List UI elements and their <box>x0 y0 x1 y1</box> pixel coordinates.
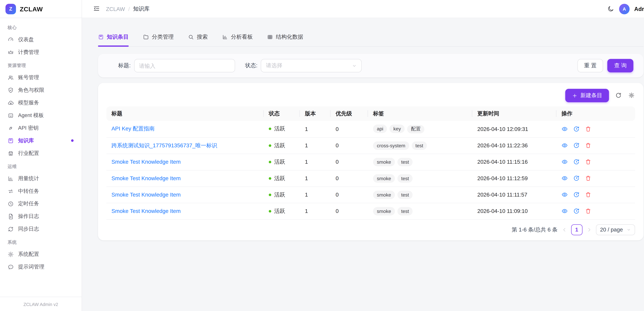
user-name[interactable]: Admin <box>634 6 644 12</box>
cell-priority: 0 <box>331 154 368 170</box>
cell-priority: 0 <box>331 186 368 203</box>
history-button[interactable] <box>573 142 580 149</box>
sidebar-logo-row: Z ZCLAW <box>0 0 82 18</box>
user-avatar[interactable]: A <box>619 4 630 14</box>
dark-mode-toggle[interactable] <box>607 5 614 13</box>
tab-analytics-board[interactable]: 分析看板 <box>222 33 253 46</box>
row-title-link[interactable]: Smoke Test Knowledge Item <box>112 208 180 214</box>
sidebar-item-label: 行业配置 <box>18 150 39 157</box>
cell-title: API Key 配置指南 <box>106 121 264 137</box>
breadcrumb-root[interactable]: ZCLAW <box>106 6 125 12</box>
table-row: Smoke Test Knowledge Item 活跃 1 0 smokete… <box>106 186 635 203</box>
search-button[interactable]: 查 询 <box>608 59 633 72</box>
file-text-icon <box>8 213 14 219</box>
view-button[interactable] <box>562 159 568 165</box>
table-card: 新建条目 标题 状态 版本 <box>98 83 644 240</box>
col-actions: 操作 <box>556 106 635 121</box>
chevron-down-icon <box>626 227 631 232</box>
row-title-link[interactable]: API Key 配置指南 <box>112 126 154 132</box>
row-title-link[interactable]: 跨系统测试知识_1775791356737_唯一标识 <box>112 142 217 148</box>
tab-knowledge-items[interactable]: 知识条目 <box>98 33 129 46</box>
cell-actions <box>556 170 635 186</box>
sidebar-item-models[interactable]: 模型服务 <box>4 96 78 109</box>
pagination: 第 1-6 条/总共 6 条 1 20 / page <box>106 219 635 235</box>
sidebar: Z ZCLAW 核心 仪表盘 计费管理 资源管理 账号管理 角色与权限 <box>0 0 82 311</box>
sidebar-collapse-button[interactable] <box>93 5 100 13</box>
table-header-row: 标题 状态 版本 优先级 标签 更新时间 操作 <box>106 106 635 121</box>
sidebar-item-operation-logs[interactable]: 操作日志 <box>4 210 78 223</box>
sidebar-item-sync-logs[interactable]: 同步日志 <box>4 223 78 235</box>
delete-button[interactable] <box>585 191 591 198</box>
bar-chart-icon <box>8 175 14 182</box>
history-button[interactable] <box>573 208 580 214</box>
page-number-1[interactable]: 1 <box>571 224 582 235</box>
history-button[interactable] <box>573 126 580 132</box>
sidebar-item-industry-config[interactable]: 行业配置 <box>4 147 78 160</box>
cell-tags: smoketest <box>368 154 472 170</box>
view-button[interactable] <box>562 126 568 132</box>
cell-updated: 2026-04-10 11:11:57 <box>472 186 556 203</box>
sidebar-item-label: Agent 模板 <box>18 112 44 119</box>
reset-button[interactable]: 重 置 <box>577 59 603 72</box>
table-row: Smoke Test Knowledge Item 活跃 1 0 smokete… <box>106 154 635 170</box>
sidebar-item-dashboard[interactable]: 仪表盘 <box>4 33 78 46</box>
folder-icon <box>143 34 149 40</box>
history-button[interactable] <box>573 175 580 181</box>
view-button[interactable] <box>562 191 568 198</box>
row-title-link[interactable]: Smoke Test Knowledge Item <box>112 175 180 181</box>
delete-button[interactable] <box>585 126 591 132</box>
tab-category-management[interactable]: 分类管理 <box>143 33 174 46</box>
app-root: Z ZCLAW 核心 仪表盘 计费管理 资源管理 账号管理 角色与权限 <box>0 0 644 311</box>
tab-search[interactable]: 搜索 <box>188 33 208 46</box>
delete-button[interactable] <box>585 142 591 149</box>
row-title-link[interactable]: Smoke Test Knowledge Item <box>112 159 180 165</box>
cell-updated: 2026-04-10 12:09:31 <box>472 121 556 137</box>
new-item-button[interactable]: 新建条目 <box>565 89 609 102</box>
history-clock-icon <box>573 208 580 214</box>
sidebar-item-api-keys[interactable]: API 密钥 <box>4 122 78 134</box>
cell-version: 1 <box>300 203 330 219</box>
sidebar-item-prompt-management[interactable]: 提示词管理 <box>4 260 78 273</box>
shield-check-icon <box>8 87 14 93</box>
sidebar-item-knowledge-base[interactable]: 知识库 <box>4 134 78 147</box>
sidebar-item-usage-stats[interactable]: 用量统计 <box>4 172 78 185</box>
sidebar-item-agent-templates[interactable]: Agent 模板 <box>4 109 78 122</box>
next-page-button[interactable] <box>586 227 592 232</box>
breadcrumb-current: 知识库 <box>133 5 150 13</box>
page-size-select[interactable]: 20 / page <box>596 224 635 235</box>
tab-label: 结构化数据 <box>276 33 303 41</box>
title-filter-input[interactable] <box>134 59 235 72</box>
delete-button[interactable] <box>585 159 591 165</box>
sidebar-section-system: 系统 <box>4 235 78 248</box>
tag-pill: test <box>397 158 413 166</box>
delete-button[interactable] <box>585 208 591 214</box>
refresh-button[interactable] <box>615 92 622 99</box>
delete-button[interactable] <box>585 175 591 181</box>
status-filter-select[interactable]: 请选择 <box>261 59 362 72</box>
sidebar-item-accounts[interactable]: 账号管理 <box>4 71 78 84</box>
sidebar-item-relay-tasks[interactable]: 中转任务 <box>4 185 78 197</box>
cell-status: 活跃 <box>264 170 300 186</box>
view-button[interactable] <box>562 208 568 214</box>
tab-structured-data[interactable]: 结构化数据 <box>267 33 303 46</box>
sidebar-item-scheduled-tasks[interactable]: 定时任务 <box>4 197 78 210</box>
sidebar-item-system-config[interactable]: 系统配置 <box>4 248 78 260</box>
sidebar-item-label: 操作日志 <box>18 213 39 220</box>
tag-pill: smoke <box>373 158 395 166</box>
view-button[interactable] <box>562 142 568 149</box>
sidebar-section-resources: 资源管理 <box>4 59 78 71</box>
sidebar-item-roles[interactable]: 角色与权限 <box>4 84 78 96</box>
tab-label: 分类管理 <box>152 33 174 41</box>
view-button[interactable] <box>562 175 568 181</box>
prev-page-button[interactable] <box>562 227 567 232</box>
sidebar-item-label: 系统配置 <box>18 250 39 258</box>
history-button[interactable] <box>573 159 580 165</box>
sidebar-item-label: 同步日志 <box>18 225 39 233</box>
history-button[interactable] <box>573 191 580 198</box>
grid-table-icon <box>267 34 273 40</box>
sidebar-item-billing[interactable]: 计费管理 <box>4 46 78 59</box>
table-settings-button[interactable] <box>628 92 635 99</box>
page-content: 知识条目 分类管理 搜索 分析看板 结构化数据 <box>82 18 644 311</box>
row-title-link[interactable]: Smoke Test Knowledge Item <box>112 191 180 198</box>
status-dot <box>269 144 272 147</box>
